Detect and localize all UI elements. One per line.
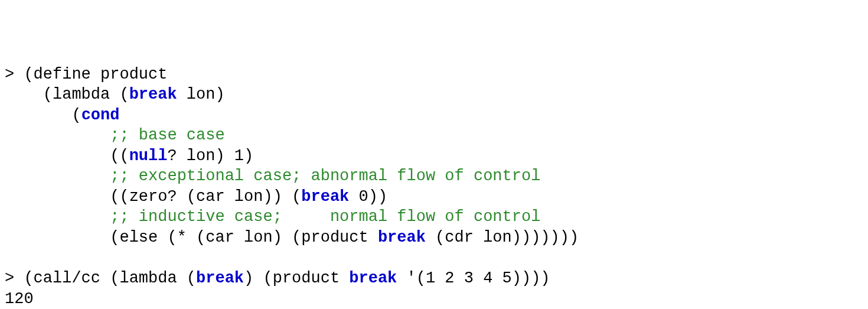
line: (cond (5, 106, 119, 124)
line: ;; exceptional case; abnormal flow of co… (5, 167, 540, 185)
txt: (lambda ( (5, 86, 129, 103)
txt: (else (* (car lon) (product (5, 229, 378, 246)
txt: 0)) (349, 188, 387, 206)
txt: > (define product (5, 66, 167, 83)
txt: ((zero? (car lon)) ( (5, 188, 301, 206)
keyword-cond: cond (81, 106, 120, 124)
comment: ;; inductive case; normal flow of contro… (110, 208, 540, 226)
line: ((null? lon) 1) (5, 147, 253, 165)
txt: (( (5, 147, 129, 165)
line: ((zero? (car lon)) (break 0)) (5, 188, 387, 206)
line: (lambda (break lon) (5, 86, 225, 103)
txt: (cdr lon))))))) (426, 229, 579, 246)
comment: ;; base case (110, 126, 224, 144)
code-block: > (define product (lambda (break lon) (c… (5, 64, 863, 309)
keyword-break: break (129, 86, 177, 103)
txt (5, 126, 110, 144)
comment: ;; exceptional case; abnormal flow of co… (110, 167, 540, 185)
txt: ) (product (244, 269, 349, 287)
line: ;; inductive case; normal flow of contro… (5, 208, 540, 226)
keyword-break: break (378, 229, 426, 246)
keyword-break: break (196, 269, 244, 287)
txt: lon) (177, 86, 225, 103)
line: > (define product (5, 66, 167, 83)
txt (5, 208, 110, 226)
txt: '(1 2 3 4 5)))) (397, 269, 550, 287)
line: > (call/cc (lambda (break) (product brea… (5, 269, 550, 287)
keyword-break: break (301, 188, 349, 206)
txt (5, 167, 110, 185)
keyword-null: null (129, 147, 168, 165)
line-output: 120 (5, 290, 34, 308)
txt: ( (5, 106, 81, 124)
line: ;; base case (5, 126, 225, 144)
line: (else (* (car lon) (product break (cdr l… (5, 229, 579, 246)
txt: > (call/cc (lambda ( (5, 269, 196, 287)
txt: ? lon) 1) (167, 147, 253, 165)
keyword-break: break (349, 269, 397, 287)
